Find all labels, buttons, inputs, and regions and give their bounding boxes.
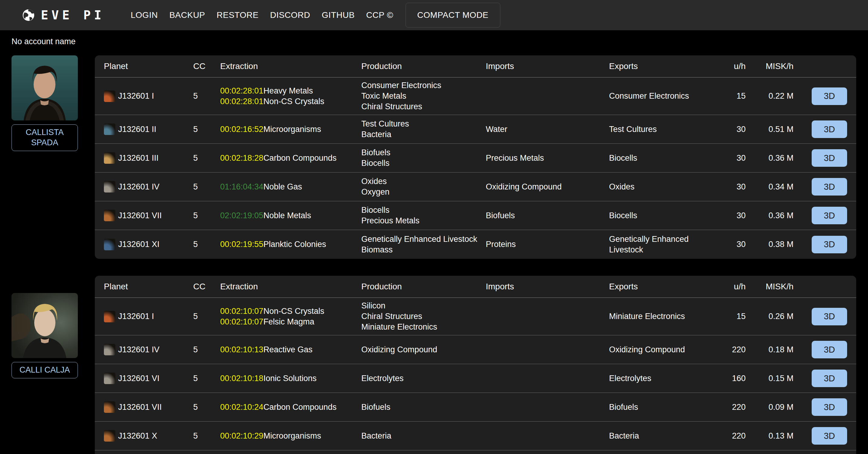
character-section: CALLI CALJAPlanetCCExtractionProductionI… (11, 276, 868, 454)
production-cell: OxidesOxygen (361, 176, 486, 197)
col-header-imports: Imports (486, 282, 609, 291)
view-3d-button[interactable]: 3D (812, 88, 847, 105)
nav-item-ccp[interactable]: CCP © (366, 10, 394, 20)
globe-icon (22, 9, 35, 22)
planet-name: J132601 I (118, 91, 154, 101)
planet-name: J132601 VI (118, 374, 160, 383)
planet-name: J132601 IV (118, 345, 160, 354)
exports-cell: Electrolytes (609, 373, 723, 384)
row-actions: 3D (794, 341, 847, 358)
ocean-planet-icon (104, 239, 115, 250)
exports-cell: Consumer Electronics (609, 91, 723, 101)
misk-per-hour-value: 0.09 M (746, 402, 794, 412)
exports-item: Biofuels (609, 402, 723, 413)
view-3d-button[interactable]: 3D (812, 369, 847, 387)
character-name-line: SPADA (13, 138, 76, 148)
production-item: Biofuels (361, 402, 486, 413)
units-per-hour-value: 15 (723, 91, 746, 101)
view-3d-button[interactable]: 3D (812, 308, 847, 325)
barren-planet-icon (104, 430, 115, 442)
view-3d-button[interactable]: 3D (812, 398, 847, 416)
planet-cell: J132601 VI (104, 372, 193, 384)
extraction-timer: 01:16:04:34 (220, 182, 264, 192)
character-nameplate[interactable]: CALLI CALJA (11, 362, 78, 378)
planet-cell: J132601 I (104, 91, 193, 102)
extraction-cell: 00:02:10:29Microorganisms (220, 431, 361, 441)
nav-item-restore[interactable]: RESTORE (217, 10, 258, 20)
cc-value: 5 (193, 345, 220, 354)
exports-cell: Biocells (609, 210, 723, 221)
misk-per-hour-value: 0.34 M (746, 182, 794, 192)
barren-planet-icon (104, 401, 115, 413)
extraction-timer: 00:02:10:13 (220, 345, 264, 355)
production-cell: SiliconChiral StructuresMiniature Electr… (361, 300, 486, 332)
misk-per-hour-value: 0.36 M (746, 154, 794, 163)
account-status-label: No account name (11, 37, 868, 46)
production-item: Genetically Enhanced Livestock (361, 234, 486, 245)
table-row: J132601 VI500:02:10:18Ionic SolutionsEle… (95, 364, 856, 393)
view-3d-button[interactable]: 3D (812, 207, 847, 224)
table-row: J132601 XI500:02:10:35Complex OrganismsP… (95, 450, 856, 454)
nav-item-login[interactable]: LOGIN (131, 10, 158, 20)
planet-name: J132601 VII (118, 402, 162, 412)
col-header-cc: CC (193, 282, 220, 291)
col-header-extraction: Extraction (220, 61, 361, 71)
view-3d-button[interactable]: 3D (812, 341, 847, 358)
extraction-resource: Microorganisms (264, 431, 321, 441)
view-3d-button[interactable]: 3D (812, 121, 847, 138)
barren-planet-icon (104, 152, 115, 164)
imports-item: Proteins (486, 239, 609, 250)
col-header-imports: Imports (486, 61, 609, 71)
table-row: J132601 X500:02:10:29MicroorganismsBacte… (95, 422, 856, 450)
table-row: J132601 XI500:02:19:55Planktic ColoniesG… (95, 230, 856, 259)
extraction-line: 00:02:19:55Planktic Colonies (220, 239, 361, 250)
units-per-hour-value: 30 (723, 154, 746, 163)
extraction-line: 00:02:10:07Non-CS Crystals (220, 306, 361, 317)
compact-mode-button[interactable]: COMPACT MODE (406, 3, 500, 28)
view-3d-button[interactable]: 3D (812, 236, 847, 253)
extraction-timer: 00:02:16:52 (220, 124, 264, 135)
exports-cell: Test Cultures (609, 124, 723, 135)
cc-value: 5 (193, 312, 220, 321)
view-3d-button[interactable]: 3D (812, 427, 847, 445)
extraction-resource: Noble Gas (264, 182, 302, 191)
units-per-hour-value: 15 (723, 312, 746, 321)
production-item: Oxides (361, 176, 486, 187)
production-cell: Bacteria (361, 431, 486, 441)
planet-cell: J132601 III (104, 152, 193, 164)
col-header-production: Production (361, 61, 486, 71)
units-per-hour-value: 220 (723, 345, 746, 354)
cc-value: 5 (193, 211, 220, 220)
nav-item-discord[interactable]: DISCORD (270, 10, 310, 20)
extraction-cell: 00:02:10:18Ionic Solutions (220, 373, 361, 384)
plasma-planet-icon (104, 210, 115, 221)
extraction-cell: 00:02:28:01Heavy Metals00:02:28:01Non-CS… (220, 86, 361, 107)
character-nameplate[interactable]: CALLISTASPADA (11, 124, 78, 151)
planet-cell: J132601 IV (104, 181, 193, 193)
production-item: Chiral Structures (361, 101, 486, 112)
table-row: J132601 I500:02:28:01Heavy Metals00:02:2… (95, 77, 856, 115)
row-actions: 3D (794, 121, 847, 138)
col-header-planet: Planet (104, 61, 193, 71)
exports-item: Oxidizing Compound (609, 345, 723, 355)
extraction-resource: Carbon Compounds (264, 154, 337, 163)
view-3d-button[interactable]: 3D (812, 149, 847, 167)
nav-item-github[interactable]: GITHUB (322, 10, 355, 20)
view-3d-button[interactable]: 3D (812, 178, 847, 196)
row-actions: 3D (794, 88, 847, 105)
imports-item: Precious Metals (486, 153, 609, 163)
extraction-timer: 00:02:18:28 (220, 153, 264, 163)
extraction-timer: 02:02:19:05 (220, 210, 264, 221)
units-per-hour-value: 220 (723, 431, 746, 441)
nav-item-backup[interactable]: BACKUP (169, 10, 205, 20)
extraction-timer: 00:02:19:55 (220, 239, 264, 250)
table-row: J132601 I500:02:10:07Non-CS Crystals00:0… (95, 298, 856, 335)
exports-cell: Oxidizing Compound (609, 345, 723, 355)
col-header-uh: u/h (723, 61, 746, 71)
col-header-cc: CC (193, 61, 220, 71)
avatar (11, 293, 78, 358)
imports-cell: Precious Metals (486, 153, 609, 163)
misk-per-hour-value: 0.15 M (746, 374, 794, 383)
table-row: J132601 VII502:02:19:05Noble MetalsBioce… (95, 201, 856, 230)
extraction-resource: Reactive Gas (264, 345, 313, 354)
